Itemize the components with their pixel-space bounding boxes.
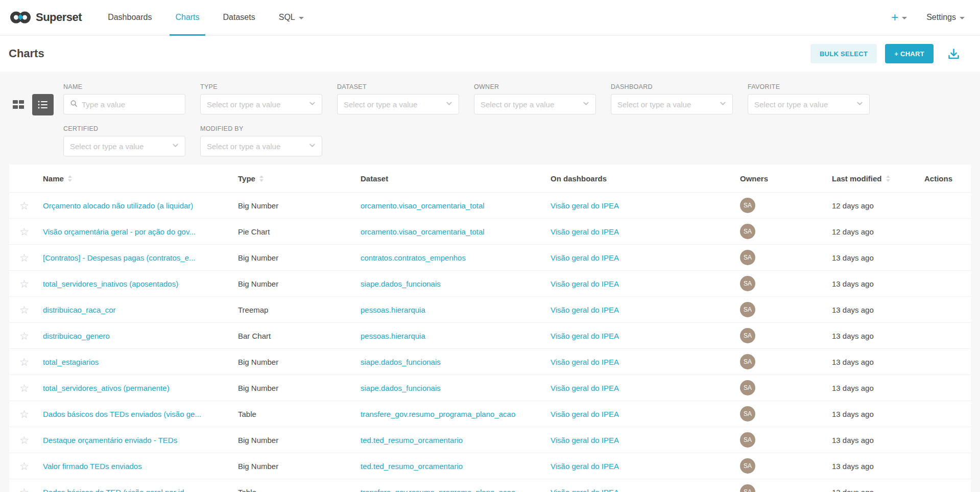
column-header-type[interactable]: Type [238, 174, 361, 183]
favorite-star-icon[interactable]: ☆ [19, 304, 43, 315]
favorite-star-icon[interactable]: ☆ [19, 487, 43, 492]
owner-avatar[interactable]: SA [740, 224, 755, 239]
dataset-link[interactable]: orcamento.visao_orcamentaria_total [361, 201, 551, 210]
dataset-link[interactable]: siape.dados_funcionais [361, 358, 551, 366]
nav-item-dashboards[interactable]: Dashboards [96, 0, 163, 35]
owner-avatar[interactable]: SA [740, 380, 755, 395]
dataset-link[interactable]: contratos.contratos_empenhos [361, 253, 551, 262]
filter-dataset-field[interactable] [344, 100, 442, 109]
chart-type: Big Number [238, 358, 361, 366]
add-chart-button[interactable]: + CHART [885, 44, 934, 63]
favorite-star-icon[interactable]: ☆ [19, 383, 43, 393]
import-charts-button[interactable] [946, 46, 962, 62]
chart-name-link[interactable]: distribuicao_genero [43, 332, 238, 340]
owner-avatar[interactable]: SA [740, 198, 755, 213]
filter-dashboard-select[interactable] [611, 94, 733, 114]
favorite-star-icon[interactable]: ☆ [19, 252, 43, 263]
dashboard-link[interactable]: Visão geral do IPEA [551, 358, 740, 366]
bulk-select-button[interactable]: BULK SELECT [810, 44, 877, 63]
dashboard-link[interactable]: Visão geral do IPEA [551, 410, 740, 418]
filter-favorite-field[interactable] [754, 100, 852, 109]
chart-name-link[interactable]: total_servidores_inativos (aposentados) [43, 279, 238, 288]
favorite-star-icon[interactable]: ☆ [19, 461, 43, 472]
nav-item-charts[interactable]: Charts [163, 0, 211, 35]
owner-avatar[interactable]: SA [740, 328, 755, 343]
chart-name-link[interactable]: Valor firmado TEDs enviados [43, 462, 238, 471]
chart-name-link[interactable]: Dados básicos do TED (visão geral por id… [43, 488, 238, 492]
chart-name-link[interactable]: [Contratos] - Despesas pagas (contratos_… [43, 253, 238, 262]
dashboard-link[interactable]: Visão geral do IPEA [551, 253, 740, 262]
chart-name-link[interactable]: Destaque orçamentário enviado - TEDs [43, 436, 238, 444]
card-view-toggle[interactable] [11, 98, 26, 112]
column-header-on-dashboards: On dashboards [551, 174, 740, 183]
filter-dashboard-field[interactable] [617, 100, 715, 109]
table-row: ☆distribuicao_raca_corTreemappessoas.hie… [9, 296, 971, 322]
column-header-last-modified[interactable]: Last modified [832, 174, 924, 183]
sort-icon[interactable] [68, 175, 72, 182]
filter-name-input[interactable] [63, 94, 185, 114]
column-header-name[interactable]: Name [43, 174, 238, 183]
dataset-link[interactable]: orcamento.visao_orcamentaria_total [361, 227, 551, 236]
dataset-link[interactable]: ted.ted_resumo_orcamentario [361, 436, 551, 444]
dataset-link[interactable]: siape.dados_funcionais [361, 279, 551, 288]
dataset-link[interactable]: pessoas.hierarquia [361, 306, 551, 314]
dashboard-link[interactable]: Visão geral do IPEA [551, 227, 740, 236]
dashboard-link[interactable]: Visão geral do IPEA [551, 279, 740, 288]
filter-owner-select[interactable] [474, 94, 596, 114]
owner-avatar[interactable]: SA [740, 276, 755, 291]
chart-name-link[interactable]: Visão orçamentária geral - por ação do g… [43, 227, 238, 236]
filter-type-select[interactable] [200, 94, 322, 114]
list-view-toggle[interactable] [32, 94, 54, 115]
filter-certified-field[interactable] [70, 142, 168, 151]
chart-name-link[interactable]: total_servidores_ativos (permanente) [43, 384, 238, 392]
chart-name-link[interactable]: Orçamento alocado não utilizado (a liqui… [43, 201, 238, 210]
settings-menu-button[interactable]: Settings [926, 13, 965, 22]
superset-logo[interactable]: Superset [9, 0, 82, 35]
filter-type-field[interactable] [207, 100, 305, 109]
owner-avatar[interactable]: SA [740, 354, 755, 369]
dataset-link[interactable]: pessoas.hierarquia [361, 332, 551, 340]
filter-dataset-select[interactable] [337, 94, 459, 114]
owner-avatar[interactable]: SA [740, 432, 755, 448]
favorite-star-icon[interactable]: ☆ [19, 409, 43, 419]
owner-avatar[interactable]: SA [740, 484, 755, 492]
dashboard-link[interactable]: Visão geral do IPEA [551, 306, 740, 314]
new-menu-button[interactable]: + [891, 10, 907, 25]
favorite-star-icon[interactable]: ☆ [19, 278, 43, 289]
download-icon [947, 47, 961, 61]
filter-certified-select[interactable] [63, 136, 185, 156]
dataset-link[interactable]: transfere_gov.resumo_programa_plano_acao [361, 488, 551, 492]
dashboard-link[interactable]: Visão geral do IPEA [551, 462, 740, 471]
favorite-star-icon[interactable]: ☆ [19, 200, 43, 211]
owner-avatar[interactable]: SA [740, 250, 755, 265]
owner-avatar[interactable]: SA [740, 458, 755, 474]
dataset-link[interactable]: siape.dados_funcionais [361, 384, 551, 392]
filter-modified-by-select[interactable] [200, 136, 322, 156]
dashboard-link[interactable]: Visão geral do IPEA [551, 201, 740, 210]
owner-avatar[interactable]: SA [740, 406, 755, 421]
dataset-link[interactable]: ted.ted_resumo_orcamentario [361, 462, 551, 471]
nav-item-sql[interactable]: SQL [267, 0, 316, 35]
favorite-star-icon[interactable]: ☆ [19, 357, 43, 367]
favorite-star-icon[interactable]: ☆ [19, 331, 43, 341]
favorite-star-icon[interactable]: ☆ [19, 226, 43, 237]
chevron-down-icon [299, 17, 304, 19]
dashboard-link[interactable]: Visão geral do IPEA [551, 436, 740, 444]
filter-favorite-select[interactable] [748, 94, 870, 114]
filter-modified-by-field[interactable] [207, 142, 305, 151]
chart-name-link[interactable]: Dados básicos dos TEDs enviados (visão g… [43, 410, 238, 418]
dashboard-link[interactable]: Visão geral do IPEA [551, 384, 740, 392]
favorite-star-icon[interactable]: ☆ [19, 435, 43, 446]
filter-name-field[interactable] [82, 100, 179, 109]
dashboard-link[interactable]: Visão geral do IPEA [551, 488, 740, 492]
owner-avatar[interactable]: SA [740, 302, 755, 317]
filter-owner-field[interactable] [481, 100, 579, 109]
sort-icon[interactable] [886, 175, 890, 182]
chevron-down-icon [960, 17, 965, 19]
chart-name-link[interactable]: total_estagiarios [43, 358, 238, 366]
dashboard-link[interactable]: Visão geral do IPEA [551, 332, 740, 340]
sort-icon[interactable] [259, 175, 264, 182]
nav-item-datasets[interactable]: Datasets [211, 0, 267, 35]
dataset-link[interactable]: transfere_gov.resumo_programa_plano_acao [361, 410, 551, 418]
chart-name-link[interactable]: distribuicao_raca_cor [43, 306, 238, 314]
